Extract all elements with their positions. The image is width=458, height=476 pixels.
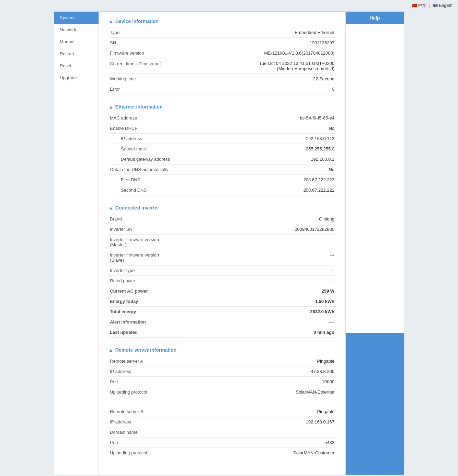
table-row: Inverter type --- [108,265,336,276]
field-value: 259 W [233,286,336,296]
table-row: Firmware version ME-121001-V1.0.6(201704… [108,48,336,58]
field-value: 0009400172282880 [233,224,336,235]
field-value: SolarMAN-Customer [233,448,336,458]
field-label: IP address [108,366,233,377]
page-wrapper: System Network Manual Restart Reset Upgr… [40,11,418,475]
field-label: Default gateway address [108,154,233,165]
connected-inverter-title: ▲ Connected inverter [108,205,336,211]
table-row: Inverter firmware version(Slave) --- [108,250,336,265]
table-row: Remote server A Pingable [108,356,336,366]
field-value: 5433 [233,438,336,448]
table-row: Type Embedded Ethernet [108,27,336,38]
sidebar-item-network[interactable]: Network [54,24,99,36]
ethernet-info-title: ▲ Ethernet information [108,104,336,110]
field-value: Pingable [233,356,336,366]
field-value: 47.88.8.200 [233,366,336,377]
field-value: 1902136297 [233,38,336,48]
field-label: Type [108,27,233,38]
sidebar-item-upgrade[interactable]: Upgrade [54,72,99,84]
field-value [233,427,336,438]
device-info-title: ▲ Device information [108,19,336,24]
field-value: --- [233,265,336,276]
table-row: Default gateway address 192.168.0.1 [108,154,336,165]
table-row: Last updated 0 min ago [108,327,336,338]
field-label: Obtain the DNS automatically [108,165,233,175]
table-row: First DNS 208.67.222.222 [108,175,336,185]
table-row: Second DNS 208.67.222.222 [108,185,336,195]
field-value: --- [233,276,336,286]
table-row: Error 0 [108,84,336,94]
field-label: Firmware version [108,48,233,58]
device-info-table: Type Embedded Ethernet SN 1902136297 Fir… [108,27,336,94]
triangle-icon: ▲ [108,205,113,211]
field-label: Current time（Time zone） [108,58,233,74]
table-row: Uploading protocol SolarMAN-Customer [108,448,336,458]
field-value: 192.168.0.1 [233,154,336,165]
field-label: Domain name [108,427,233,438]
field-label: Current AC power [108,286,233,296]
field-value: 192.168.0.112 [233,134,336,144]
sidebar-item-restart[interactable]: Restart [54,48,99,60]
triangle-icon: ▲ [108,347,113,353]
main-content: ▲ Device information Type Embedded Ether… [99,11,346,475]
field-value: 208.67.222.222 [233,185,336,195]
table-row: IP address 192.168.0.167 [108,417,336,427]
sidebar: System Network Manual Restart Reset Upgr… [54,11,99,475]
sidebar-item-system[interactable]: System [54,12,99,24]
field-value: 1.50 kWh [233,296,336,307]
field-label: Second DNS [108,185,233,195]
lang-chinese[interactable]: 中文 [418,3,426,8]
field-label: Rated power [108,276,233,286]
flag-chinese: 🇨🇳 [412,3,417,8]
field-label: Inverter firmware version(Master) [108,235,233,250]
lang-separator: | [429,3,430,8]
field-label: First DNS [108,175,233,185]
table-row: Port 5433 [108,438,336,448]
table-row: Subnet mask 255.255.255.0 [108,144,336,154]
field-value: No [233,165,336,175]
help-panel-header: Help [346,12,404,24]
table-row: Total energy 2832.0 kWh [108,307,336,317]
spacer-row [108,397,336,407]
field-label: SN [108,38,233,48]
table-row: Brand Ginlong [108,214,336,224]
field-value: bc-54-f9-f5-65-e4 [233,113,336,123]
table-row: SN 1902136297 [108,38,336,48]
field-label: IP address [108,134,233,144]
table-row: Remote server B Pingable [108,407,336,417]
lang-english[interactable]: English [439,3,453,8]
flag-english: 🇬🇧 [433,3,438,8]
sidebar-item-manual[interactable]: Manual [54,36,99,48]
field-value: --- [233,235,336,250]
ethernet-info-section: ▲ Ethernet information MAC address bc-54… [108,104,336,195]
field-label: Port [108,377,233,387]
field-value: ME-121001-V1.0.6(201704012008) [233,48,336,58]
table-row: Alert information ---- [108,317,336,327]
field-label: Enable DHCP [108,123,233,134]
field-value: 0 [233,84,336,94]
table-row: IP address 47.88.8.200 [108,366,336,377]
field-label: IP address [108,417,233,427]
field-value: 0 min ago [233,327,336,338]
table-row: Domain name [108,427,336,438]
field-value: No [233,123,336,134]
sidebar-item-reset[interactable]: Reset [54,60,99,72]
field-value: --- [233,250,336,265]
field-value: Embedded Ethernet [233,27,336,38]
connected-inverter-section: ▲ Connected inverter Brand Ginlong Inver… [108,205,336,338]
help-panel: Help [346,11,404,475]
field-value: Pingable [233,407,336,417]
table-row: Obtain the DNS automatically No [108,165,336,175]
field-value: 2832.0 kWh [233,307,336,317]
table-row: Inverter firmware version(Master) --- [108,235,336,250]
connected-inverter-table: Brand Ginlong Inverter SN 00094001722828… [108,214,336,338]
table-row: Working time 22 Second [108,74,336,84]
help-panel-body [346,24,404,333]
field-label: Inverter type [108,265,233,276]
field-label: Subnet mask [108,144,233,154]
table-row: MAC address bc-54-f9-f5-65-e4 [108,113,336,123]
field-value: ---- [233,317,336,327]
table-row: Current AC power 259 W [108,286,336,296]
field-value: SolarMAN-Ethernet [233,387,336,397]
field-label: Last updated [108,327,233,338]
